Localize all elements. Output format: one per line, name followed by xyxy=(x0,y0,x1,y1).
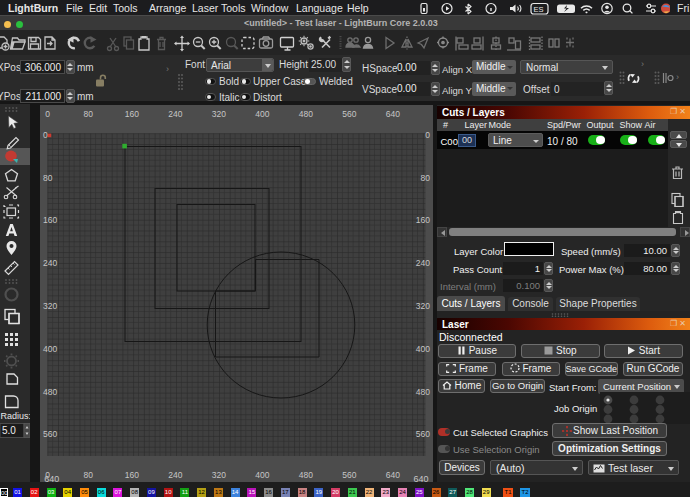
svg-text:560: 560 xyxy=(342,109,356,119)
svg-text:ES: ES xyxy=(534,5,544,14)
svg-text:480: 480 xyxy=(299,470,313,480)
svg-text:320: 320 xyxy=(212,109,226,119)
svg-text:560: 560 xyxy=(416,429,430,439)
svg-text:480: 480 xyxy=(299,109,313,119)
svg-text:80: 80 xyxy=(84,470,94,480)
svg-text:320: 320 xyxy=(43,301,57,311)
svg-text:240: 240 xyxy=(168,109,182,119)
svg-text:Radius:: Radius: xyxy=(1,411,31,421)
svg-text:560: 560 xyxy=(342,470,356,480)
svg-text:400: 400 xyxy=(416,343,430,353)
svg-text:400: 400 xyxy=(255,109,269,119)
svg-text:240: 240 xyxy=(168,470,182,480)
svg-text:160: 160 xyxy=(125,470,139,480)
svg-text:0: 0 xyxy=(45,109,50,119)
svg-text:640: 640 xyxy=(386,470,400,480)
svg-text:320: 320 xyxy=(416,301,430,311)
svg-text:160: 160 xyxy=(125,109,139,119)
svg-text:400: 400 xyxy=(255,470,269,480)
svg-text:80: 80 xyxy=(421,172,431,182)
svg-text:160: 160 xyxy=(416,215,430,225)
svg-text:240: 240 xyxy=(416,258,430,268)
svg-text:240: 240 xyxy=(43,258,57,268)
svg-text:320: 320 xyxy=(212,470,226,480)
svg-text:80: 80 xyxy=(43,172,53,182)
svg-text:160: 160 xyxy=(43,215,57,225)
svg-text:480: 480 xyxy=(416,386,430,396)
svg-text:560: 560 xyxy=(43,429,57,439)
svg-text:0: 0 xyxy=(43,129,48,139)
svg-text:400: 400 xyxy=(43,343,57,353)
svg-text:80: 80 xyxy=(84,109,94,119)
svg-text:0: 0 xyxy=(425,129,430,139)
svg-text:5.0: 5.0 xyxy=(2,425,16,436)
svg-text:480: 480 xyxy=(43,386,57,396)
svg-text:640: 640 xyxy=(386,109,400,119)
